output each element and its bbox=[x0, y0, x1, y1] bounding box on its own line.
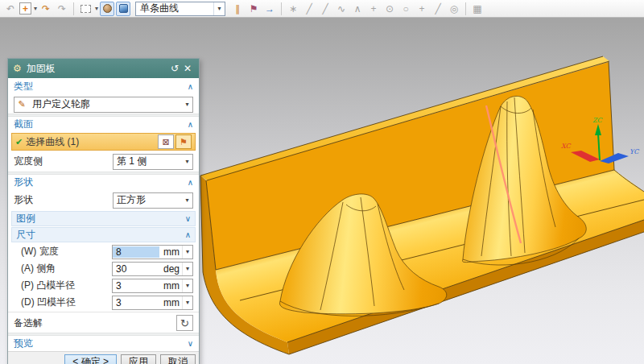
toolbar-separator bbox=[281, 2, 282, 15]
triad-x-label: XC bbox=[561, 143, 572, 150]
undo-icon[interactable]: ↶ bbox=[3, 2, 18, 16]
triad-z-label: ZC bbox=[592, 117, 603, 124]
preview-section-label: 预览 bbox=[14, 337, 188, 350]
width-dim-label: (W) 宽度 bbox=[21, 245, 112, 259]
caret-down-icon[interactable]: ▾ bbox=[182, 193, 192, 208]
specify-curve-flag-button[interactable]: ⚑ bbox=[175, 134, 192, 149]
select-curve-label: 选择曲线 (1) bbox=[26, 135, 156, 149]
gear-icon: ⚙ bbox=[13, 63, 22, 74]
chevron-up-icon: ∧ bbox=[188, 120, 193, 129]
angle-dim-value[interactable]: 30 bbox=[113, 263, 159, 275]
check-icon: ✔ bbox=[15, 137, 23, 147]
caret-down-icon[interactable]: ▾ bbox=[182, 279, 192, 292]
snap-quadrant-icon[interactable]: ○ bbox=[398, 2, 413, 16]
chevron-down-icon: ∨ bbox=[188, 339, 193, 348]
shape-section-header[interactable]: 形状 ∧ bbox=[8, 175, 199, 190]
punch-radius-dim-field[interactable]: 3 mm ▾ bbox=[112, 279, 193, 293]
dialog-reset-button[interactable]: ↺ bbox=[168, 63, 181, 74]
shape-label: 形状 bbox=[14, 193, 113, 207]
divider bbox=[8, 312, 199, 312]
application-window: ↶ + ▾ ↷ ↷ ▾ 单条曲线 ▾ ∥ ⚑ → ∗ ╱ ╱ ∿ ∧ + ⊙ ○… bbox=[0, 0, 644, 364]
forward-arrow-icon[interactable]: → bbox=[262, 2, 277, 16]
chevron-down-icon: ∨ bbox=[185, 214, 191, 223]
punch-radius-dim-row: (P) 凸模半径 3 mm ▾ bbox=[8, 277, 199, 294]
width-side-label: 宽度侧 bbox=[14, 155, 113, 168]
snap-point-on-face-icon[interactable]: ◎ bbox=[447, 2, 461, 16]
width-dim-row: (W) 宽度 8 mm ▾ bbox=[8, 243, 199, 260]
width-dim-field[interactable]: 8 mm ▾ bbox=[112, 245, 193, 259]
cube-icon bbox=[119, 4, 128, 13]
die-radius-dim-field[interactable]: 3 mm ▾ bbox=[112, 296, 193, 310]
snap-existing-point-icon[interactable]: + bbox=[415, 2, 429, 16]
snap-pole-icon[interactable]: ∧ bbox=[350, 2, 365, 16]
section-section-header[interactable]: 截面 ∧ bbox=[8, 117, 199, 132]
shape-row: 形状 正方形 ▾ bbox=[8, 190, 199, 210]
apply-button[interactable]: 应用 bbox=[121, 354, 156, 364]
ok-button[interactable]: < 确定 > bbox=[64, 354, 117, 364]
boxed-plus-icon[interactable]: + bbox=[19, 2, 31, 14]
shape-combo[interactable]: 正方形 ▾ bbox=[113, 192, 193, 209]
type-combo[interactable]: ✎ 用户定义轮廓 ▾ bbox=[14, 97, 193, 113]
dimensions-subsection-header[interactable]: 尺寸 ∧ bbox=[11, 227, 196, 242]
chevron-up-icon: ∧ bbox=[188, 82, 193, 91]
preview-section-header[interactable]: 预览 ∨ bbox=[8, 336, 199, 351]
punch-radius-dim-label: (P) 凸模半径 bbox=[21, 279, 112, 292]
type-section-header[interactable]: 类型 ∧ bbox=[8, 78, 199, 95]
selection-scope-caret-icon[interactable]: ▾ bbox=[213, 2, 225, 15]
legend-label: 图例 bbox=[16, 212, 185, 225]
boxed-plus-caret-icon[interactable]: ▾ bbox=[34, 5, 37, 12]
chevron-up-icon: ∧ bbox=[185, 230, 191, 239]
snap-endpoint-icon[interactable]: ╱ bbox=[302, 2, 316, 16]
caret-down-icon[interactable]: ▾ bbox=[182, 155, 192, 169]
angle-dim-field[interactable]: 30 deg ▾ bbox=[112, 262, 193, 276]
rect-select-caret-icon[interactable]: ▾ bbox=[95, 5, 98, 12]
flag-tool-icon[interactable]: ⚑ bbox=[246, 2, 261, 16]
die-radius-dim-row: (D) 凹模半径 3 mm ▾ bbox=[8, 294, 199, 311]
sphere-icon bbox=[103, 4, 112, 13]
curve-paste-icon[interactable]: ↷ bbox=[39, 2, 53, 16]
table-icon[interactable]: ▦ bbox=[470, 2, 485, 16]
caret-down-icon[interactable]: ▾ bbox=[182, 246, 192, 259]
fence-icon[interactable]: ∥ bbox=[230, 2, 245, 16]
caret-down-icon[interactable]: ▾ bbox=[182, 97, 192, 112]
dialog-close-button[interactable]: ✕ bbox=[181, 63, 194, 74]
snap-intersection-icon[interactable]: + bbox=[366, 2, 381, 16]
snap-curve-icon[interactable]: ∿ bbox=[334, 2, 349, 16]
width-side-row: 宽度侧 第 1 侧 ▾ bbox=[8, 151, 199, 172]
caret-down-icon[interactable]: ▾ bbox=[182, 263, 192, 275]
alternate-solution-label: 备选解 bbox=[14, 316, 176, 330]
chevron-up-icon: ∧ bbox=[188, 178, 193, 187]
dimensions-label: 尺寸 bbox=[16, 228, 185, 242]
width-side-combo[interactable]: 第 1 侧 ▾ bbox=[113, 154, 193, 170]
cycle-solutions-button[interactable]: ↻ bbox=[176, 315, 193, 331]
snap-arc-center-icon[interactable]: ⊙ bbox=[382, 2, 397, 16]
cancel-button[interactable]: 取消 bbox=[160, 354, 196, 364]
shaded-view-button[interactable] bbox=[100, 2, 114, 16]
legend-subsection-header[interactable]: 图例 ∨ bbox=[11, 211, 196, 226]
dialog-title-bar[interactable]: ⚙ 加固板 ↺ ✕ bbox=[8, 59, 199, 78]
die-radius-dim-value[interactable]: 3 bbox=[113, 297, 159, 308]
rib-dialog: ⚙ 加固板 ↺ ✕ 类型 ∧ ✎ 用户定义轮廓 ▾ 截面 ∧ ✔ 选择曲线 (1… bbox=[7, 58, 200, 364]
type-row: ✎ 用户定义轮廓 ▾ bbox=[8, 95, 199, 114]
top-toolbar: ↶ + ▾ ↷ ↷ ▾ 单条曲线 ▾ ∥ ⚑ → ∗ ╱ ╱ ∿ ∧ + ⊙ ○… bbox=[0, 0, 644, 18]
shape-value: 正方形 bbox=[114, 193, 182, 207]
angle-dim-unit: deg bbox=[159, 263, 182, 275]
redo-icon[interactable]: ↷ bbox=[55, 2, 69, 16]
snap-point-icon[interactable]: ∗ bbox=[286, 2, 300, 16]
snap-midpoint-icon[interactable]: ╱ bbox=[318, 2, 332, 16]
dialog-title: 加固板 bbox=[27, 62, 168, 76]
profile-icon: ✎ bbox=[14, 99, 29, 110]
solid-view-button[interactable] bbox=[116, 2, 130, 16]
type-section-label: 类型 bbox=[14, 80, 188, 93]
rect-select-icon[interactable] bbox=[78, 2, 93, 16]
width-dim-value[interactable]: 8 bbox=[113, 246, 159, 258]
caret-down-icon[interactable]: ▾ bbox=[182, 296, 192, 309]
triad-y-label: YC bbox=[630, 148, 639, 155]
toolbar-separator bbox=[73, 2, 74, 15]
selection-scope-combo[interactable]: 单条曲线 ▾ bbox=[135, 2, 225, 16]
punch-radius-dim-value[interactable]: 3 bbox=[113, 280, 159, 292]
snap-point-on-curve-icon[interactable]: ╱ bbox=[431, 2, 445, 16]
deselect-button[interactable]: ⊠ bbox=[158, 134, 174, 149]
shape-section-label: 形状 bbox=[14, 176, 188, 189]
select-curve-row[interactable]: ✔ 选择曲线 (1) ⊠ ⚑ bbox=[11, 133, 196, 151]
